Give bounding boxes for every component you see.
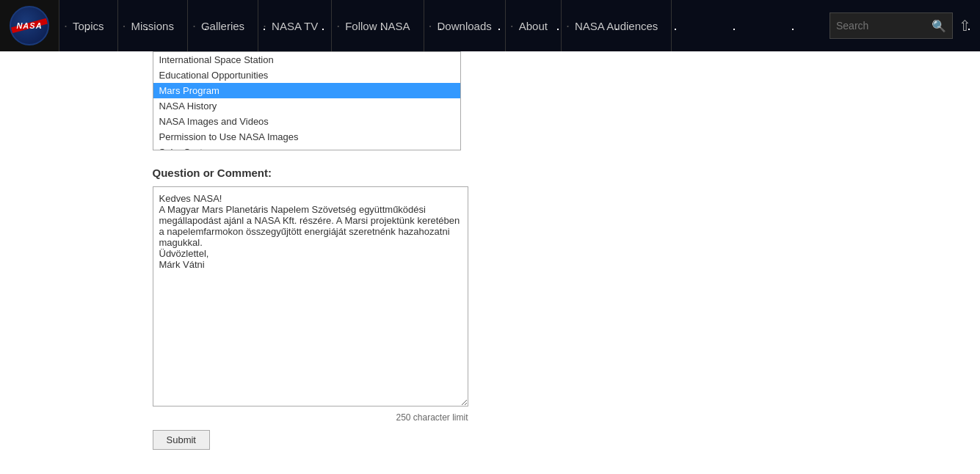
nav-items: Topics Missions Galleries NASA TV Follow…	[59, 0, 830, 51]
nasa-logo-circle: NASA	[10, 6, 49, 45]
nasa-logo[interactable]: NASA	[0, 0, 59, 51]
char-limit-label: 250 character limit	[153, 412, 468, 423]
search-icon[interactable]: 🔍	[932, 19, 946, 33]
nav-item-missions[interactable]: Missions	[118, 0, 188, 51]
nav-item-downloads[interactable]: Downloads	[424, 0, 506, 51]
list-item[interactable]: Educational Opportunities	[153, 68, 460, 83]
main-content: International Space StationEducational O…	[138, 51, 843, 474]
share-icon[interactable]: ⇧	[959, 17, 971, 34]
list-item[interactable]: International Space Station	[153, 52, 460, 68]
list-item[interactable]: NASA Images and Videos	[153, 114, 460, 129]
topic-listbox[interactable]: International Space StationEducational O…	[153, 51, 461, 150]
nasa-logo-text: NASA	[16, 21, 42, 30]
search-input[interactable]	[836, 20, 932, 32]
submit-button[interactable]: Submit	[153, 430, 210, 450]
main-nav: NASA Topics Missions Galleries NASA TV F…	[0, 0, 980, 51]
list-item[interactable]: NASA History	[153, 98, 460, 114]
nav-item-about[interactable]: About	[506, 0, 562, 51]
list-item[interactable]: Solar System	[153, 145, 460, 150]
nav-item-nasa-tv[interactable]: NASA TV	[258, 0, 332, 51]
question-label: Question or Comment:	[153, 167, 828, 179]
search-box[interactable]: 🔍	[830, 12, 953, 39]
page-background: International Space StationEducational O…	[0, 51, 980, 474]
list-item[interactable]: Permission to Use NASA Images	[153, 129, 460, 145]
list-item[interactable]: Mars Program	[153, 83, 460, 98]
nav-item-topics[interactable]: Topics	[59, 0, 118, 51]
nav-item-galleries[interactable]: Galleries	[188, 0, 258, 51]
nav-item-follow-nasa[interactable]: Follow NASA	[332, 0, 424, 51]
nav-item-nasa-audiences[interactable]: NASA Audiences	[562, 0, 672, 51]
comment-textarea[interactable]	[153, 186, 468, 406]
